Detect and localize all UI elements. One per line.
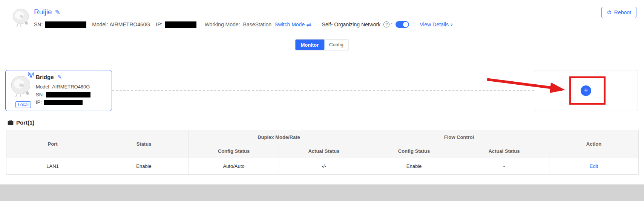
column-header-duplex-group: Duplex Mode/Rate [189,130,369,144]
model-value: AIRMETRO460G [109,21,150,27]
son-label: Self- Organizing Network [322,21,381,27]
bridge-model-value: AIRMETRO460G [52,84,90,90]
switch-mode-link[interactable]: Switch Mode [274,21,305,27]
cell-duplex-actual: -/- [279,158,369,175]
power-icon [607,10,612,15]
edit-device-name-icon[interactable]: ✎ [55,9,60,16]
port-table-group-header-row: Port Status Duplex Mode/Rate Flow Contro… [6,130,639,144]
bridge-sn-label: SN: [36,92,44,97]
bridge-ip-label: IP: [36,99,42,105]
working-mode-label: Working Mode: [205,21,240,27]
cell-duplex-config: Auto/Auto [189,158,279,175]
add-device-panel: + [534,70,638,111]
page-title: Ruijie✎ [34,8,60,16]
help-icon[interactable]: ? [383,21,389,27]
local-badge: Local [15,101,31,108]
port-section-title: Port(1) [16,119,34,126]
ip-label: IP: [156,21,163,27]
switch-mode-swap-icon[interactable]: ⇌ [306,21,311,28]
device-dish-image [11,7,32,28]
add-device-button[interactable]: + [581,85,591,96]
topology-connector-line [112,90,534,91]
cell-port: LAN1 [6,158,99,175]
edit-port-link[interactable]: Edit [590,163,598,169]
page: Ruijie✎ SN: Model: AIRMETRO460G IP: Work… [0,0,644,201]
column-header-status: Status [99,130,189,158]
device-info-row: SN: Model: AIRMETRO460G IP: Working Mode… [34,21,453,28]
bridge-model-label: Model: [36,84,51,90]
column-header-flow-group: Flow Control [369,130,549,144]
working-mode-value: BaseStation [243,21,272,27]
cell-flow-config: Enable [369,158,459,175]
model-label: Model: [92,21,108,27]
column-header-action: Action [549,130,639,158]
port-section-heading: Port(1) [8,119,34,126]
tab-config[interactable]: Config [324,40,349,50]
bridge-name: Bridge [36,74,54,80]
footer-strip [0,184,644,201]
view-details-link[interactable]: View Details [420,21,449,27]
bridge-device-card[interactable]: Bridge✎ Model: AIRMETRO460G SN: IP: Loca… [5,70,112,111]
edit-bridge-name-icon[interactable]: ✎ [58,74,62,80]
ip-redacted-value [165,21,196,28]
monitor-config-tabs: Monitor Config [295,39,349,50]
table-row: LAN1 Enable Auto/Auto -/- Enable - Edit [6,158,639,175]
device-header: Ruijie✎ SN: Model: AIRMETRO460G IP: Work… [0,0,644,33]
tab-monitor[interactable]: Monitor [295,39,324,50]
column-header-flow-config-status: Config Status [369,144,459,158]
son-toggle[interactable] [396,21,409,28]
port-table: Port Status Duplex Mode/Rate Flow Contro… [6,130,639,175]
reboot-label: Reboot [614,9,631,15]
column-header-duplex-actual-status: Actual Status [279,144,369,158]
bridge-sn-redacted-value [46,92,90,97]
chevron-right-icon[interactable]: › [451,22,453,27]
column-header-flow-actual-status: Actual Status [459,144,549,158]
column-header-duplex-config-status: Config Status [189,144,279,158]
bridge-ip-row: IP: [36,99,83,105]
cell-action: Edit [549,158,639,175]
device-name: Ruijie [34,8,52,16]
son-toggle-knob [403,22,408,27]
bridge-sn-row: SN: [36,92,90,97]
briefcase-icon [8,120,14,125]
bridge-model-row: Model: AIRMETRO460G [36,84,90,90]
cell-flow-actual: - [459,158,549,175]
sn-label: SN: [34,21,43,27]
reboot-button[interactable]: Reboot [601,7,636,18]
cell-status: Enable [99,158,189,175]
sn-redacted-value [45,21,86,28]
column-header-port: Port [6,130,99,158]
radio-signal-icon [27,71,35,79]
bridge-ip-redacted-value [44,100,83,105]
son-colon: : [391,21,393,27]
bridge-card-title: Bridge✎ [36,74,62,80]
